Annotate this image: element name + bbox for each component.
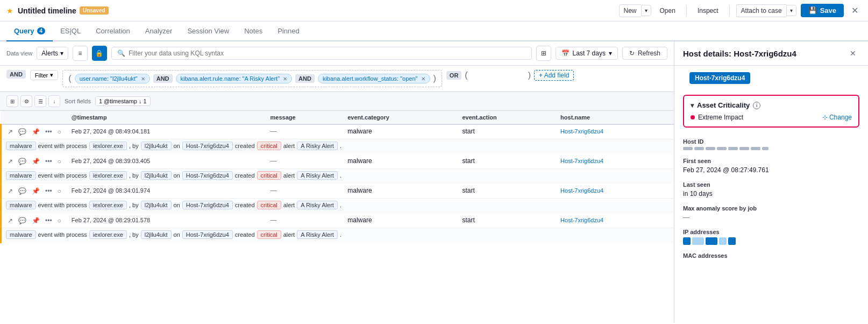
check-btn[interactable]: ○ (56, 216, 63, 225)
save-button[interactable]: 💾 Save (801, 4, 844, 17)
host-link[interactable]: Host-7xrig6dzu4 (560, 158, 603, 164)
search-input[interactable] (129, 50, 526, 57)
change-link[interactable]: ⊹ Change (822, 114, 852, 121)
extreme-dot-icon (691, 115, 695, 119)
pin-btn[interactable]: 📌 (30, 128, 41, 136)
sort-at-timestamp: @timestamp (104, 98, 137, 104)
pin-btn[interactable]: 📌 (30, 157, 41, 166)
columns-icon-btn[interactable]: ☰ (34, 95, 46, 107)
add-field-btn[interactable]: + Add field (534, 70, 574, 81)
workflow-filter-close-icon[interactable]: ✕ (421, 76, 425, 82)
check-btn[interactable]: ○ (56, 128, 63, 136)
new-dropdown-button[interactable]: ▾ (641, 5, 651, 16)
ip-addresses-label: IP addresses (683, 229, 859, 235)
top-bar-right: New ▾ Open Inspect Attach to case ▾ 💾 Sa… (619, 4, 862, 17)
expand-row-btn[interactable]: ↗ (6, 187, 15, 195)
tag-malware: malware (6, 142, 36, 150)
tag-host: Host-7xrig6dzu4 (182, 171, 233, 180)
more-actions-btn[interactable]: ••• (44, 128, 54, 136)
tag-user: l2jllu4ukt (141, 230, 172, 239)
unsaved-badge: Unsaved (80, 6, 109, 15)
date-range-btn[interactable]: 📅 Last 7 days ▾ (556, 47, 618, 60)
data-view-selector[interactable]: Alerts ▾ (37, 47, 68, 60)
expand-row-btn[interactable]: ↗ (6, 128, 15, 136)
row-timestamp: Feb 27, 2024 @ 08:39:03.405 (67, 154, 266, 169)
right-panel-close-button[interactable]: ✕ (846, 48, 859, 59)
empty-filter-placeholder (471, 70, 525, 81)
tab-correlation[interactable]: Correlation (88, 22, 138, 41)
user-filter-tag[interactable]: user.name: "l2jllu4ukt" ✕ (75, 74, 150, 83)
kibana-rule-filter-tag[interactable]: kibana.alert.rule.name: "A Risky Alert" … (176, 74, 293, 83)
host-link[interactable]: Host-7xrig6dzu4 (560, 128, 603, 135)
comment-btn[interactable]: 💬 (17, 157, 28, 166)
data-view-value: Alerts (41, 50, 58, 57)
host-tab[interactable]: Host-7xrig6dzu4 (689, 72, 750, 84)
user-filter-close-icon[interactable]: ✕ (141, 76, 145, 82)
tab-analyzer[interactable]: Analyzer (138, 22, 180, 41)
new-button[interactable]: New (619, 4, 641, 17)
check-btn[interactable]: ○ (56, 187, 63, 195)
refresh-btn[interactable]: ↻ Refresh (622, 47, 667, 60)
page-title: Untitled timeline Unsaved (18, 6, 109, 15)
tag-row: malware event with process iexlorer.exe … (6, 171, 670, 180)
tab-pinned[interactable]: Pinned (270, 22, 307, 41)
attach-button[interactable]: Attach to case (736, 4, 786, 17)
col-event-category[interactable]: event.category (343, 111, 458, 124)
more-actions-btn[interactable]: ••• (44, 216, 54, 225)
or-group: OR ( ) + Add field (446, 70, 574, 81)
workflow-filter-tag[interactable]: kibana.alert.workflow_status: "open" ✕ (318, 74, 430, 83)
sort-desc-icon[interactable]: ↓ (48, 95, 60, 107)
more-actions-btn[interactable]: ••• (44, 157, 54, 166)
expand-row-btn[interactable]: ↗ (6, 216, 15, 225)
col-event-action[interactable]: event.action (458, 111, 556, 124)
comment-btn[interactable]: 💬 (17, 216, 28, 225)
toolbar: Data view Alerts ▾ ≡ 🔒 🔍 ⊞ 📅 Last 7 days… (0, 41, 674, 66)
right-panel-header: Host details: Host-7xrig6dzu4 ✕ (674, 41, 868, 66)
attach-dropdown-button[interactable]: ▾ (786, 5, 796, 16)
tab-notes[interactable]: Notes (237, 22, 270, 41)
row-actions-cell: ↗ 💬 📌 ••• ○ (1, 184, 67, 199)
table-header-row: @timestamp message event.category event.… (1, 111, 674, 124)
close-button[interactable]: ✕ (848, 4, 862, 17)
col-host-name[interactable]: host.name (556, 111, 674, 124)
expand-all-icon-btn[interactable]: ⊞ (6, 95, 18, 107)
tab-esql[interactable]: ES|QL (53, 22, 88, 41)
row-host-name: Host-7xrig6dzu4 (556, 184, 674, 199)
close-paren: ) (433, 74, 436, 83)
tab-session-view[interactable]: Session View (180, 22, 237, 41)
pin-btn[interactable]: 📌 (30, 216, 41, 225)
host-link[interactable]: Host-7xrig6dzu4 (560, 187, 603, 194)
lock-icon-btn[interactable]: 🔒 (92, 46, 107, 61)
inspect-button[interactable]: Inspect (693, 5, 723, 17)
comment-btn[interactable]: 💬 (17, 187, 28, 195)
tag-critical: critical (257, 201, 281, 209)
ip-dot-5 (728, 237, 736, 245)
sort-field-btn[interactable]: 1 @timestamp ↓ 1 (95, 96, 151, 106)
col-timestamp[interactable]: @timestamp (67, 111, 266, 124)
filter-button[interactable]: Filter ▾ (30, 70, 58, 80)
filter-icon-btn[interactable]: ≡ (73, 46, 88, 61)
expand-row-btn[interactable]: ↗ (6, 157, 15, 166)
host-link[interactable]: Host-7xrig6dzu4 (560, 217, 603, 223)
host-id-dot (762, 147, 769, 150)
filter-group: ( user.name: "l2jllu4ukt" ✕ AND kibana.a… (62, 70, 442, 87)
asset-criticality-section: ▾ Asset Criticality i Extreme Impact ⊹ C… (683, 95, 859, 128)
pin-btn[interactable]: 📌 (30, 187, 41, 195)
more-actions-btn[interactable]: ••• (44, 187, 54, 195)
row-event-category: malware (343, 184, 458, 199)
tag-user: l2jllu4ukt (141, 171, 172, 180)
col-message[interactable]: message (266, 111, 344, 124)
tab-query-label: Query (14, 27, 34, 35)
divider (729, 5, 730, 16)
left-panel: Data view Alerts ▾ ≡ 🔒 🔍 ⊞ 📅 Last 7 days… (0, 41, 674, 322)
kibana-rule-filter-close-icon[interactable]: ✕ (283, 76, 287, 82)
max-anomaly-value: — (683, 214, 859, 221)
check-btn[interactable]: ○ (56, 157, 63, 166)
ip-addresses-section: IP addresses (683, 229, 859, 245)
comment-btn[interactable]: 💬 (17, 128, 28, 136)
open-button[interactable]: Open (656, 5, 680, 17)
tab-query[interactable]: Query 4 (6, 22, 53, 41)
settings-icon-btn[interactable]: ⚙ (20, 95, 32, 107)
options-icon-btn[interactable]: ⊞ (536, 46, 551, 61)
tag-user: l2jllu4ukt (141, 142, 172, 150)
